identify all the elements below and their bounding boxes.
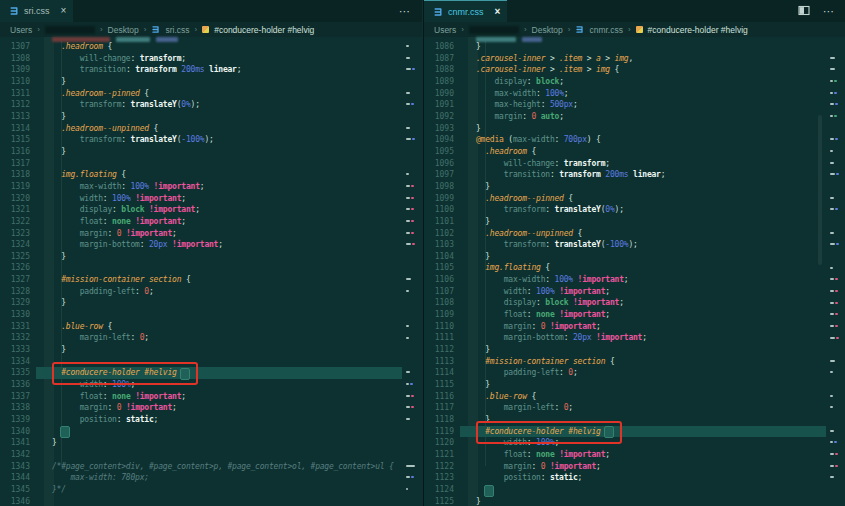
line-number[interactable]: 1343 [0,461,30,473]
code-line-1103[interactable]: 1103 transform: translateY(-100%); [424,239,826,251]
code-line-1097[interactable]: 1097 transition: transform 200ms linear; [424,169,826,181]
line-number[interactable]: 1318 [0,169,30,181]
breadcrumb-item-symbol[interactable]: #conducere-holder #helvig [648,25,748,35]
line-number[interactable]: 1123 [424,472,454,484]
line-number[interactable]: 1088 [424,64,454,76]
line-number[interactable]: 1323 [0,228,30,240]
code-line-1315[interactable]: 1315 transform: translateY(-100%); [0,134,402,146]
code-line-1099[interactable]: 1099 .headroom--pinned { [424,193,826,205]
code-line-1104[interactable]: 1104 } [424,251,826,263]
code-line-1336[interactable]: 1336 width: 100%; [0,379,402,391]
line-number[interactable]: 1341 [0,437,30,449]
line-number[interactable]: 1325 [0,251,30,263]
line-number[interactable]: 1334 [0,356,30,368]
code-line-1100[interactable]: 1100 transform: translateY(0%); [424,204,826,216]
code-line-1094[interactable]: 1094@media (max-width: 700px) { [424,134,826,146]
code-line-1088[interactable]: 1088.carousel-inner > .item > img { [424,64,826,76]
line-number[interactable]: 1106 [424,274,454,286]
code-line-1112[interactable]: 1112 } [424,344,826,356]
code-line-1110[interactable]: 1110 margin: 0 !important; [424,321,826,333]
line-number[interactable]: 1331 [0,321,30,333]
code-line-1332[interactable]: 1332 margin-left: 0; [0,332,402,344]
code-line-1116[interactable]: 1116 .blue-row { [424,391,826,403]
code-line-1105[interactable]: 1105 img.floating { [424,262,826,274]
code-line-1339[interactable]: 1339 position: static; [0,414,402,426]
split-editor-icon[interactable] [798,2,810,20]
line-number[interactable]: 1109 [424,309,454,321]
line-number[interactable]: 1102 [424,228,454,240]
line-number[interactable]: 1328 [0,286,30,298]
line-number[interactable]: 1096 [424,158,454,170]
line-number[interactable]: 1112 [424,344,454,356]
code-line-1107[interactable]: 1107 width: 100% !important; [424,286,826,298]
code-editor-right[interactable]: 1086}1087.carousel-inner > .item > a > i… [424,37,845,506]
line-number[interactable]: 1342 [0,449,30,461]
code-line-1086[interactable]: 1086} [424,41,826,53]
breadcrumb-item-symbol[interactable]: #conducere-holder #helvig [214,25,314,35]
line-number[interactable]: 1332 [0,332,30,344]
code-line-1314[interactable]: 1314 .headroom--unpinned { [0,123,402,135]
code-line-1319[interactable]: 1319 max-width: 100% !important; [0,181,402,193]
code-line-1321[interactable]: 1321 display: block !important; [0,204,402,216]
close-tab-icon[interactable]: × [495,7,501,17]
code-line-1101[interactable]: 1101 } [424,216,826,228]
code-line-1320[interactable]: 1320 width: 100% !important; [0,193,402,205]
line-number[interactable]: 1119 [424,426,454,438]
line-number[interactable]: 1116 [424,391,454,403]
line-number[interactable]: 1317 [0,158,30,170]
code-line-1342[interactable]: 1342 [0,449,402,461]
code-line-1106[interactable]: 1106 max-width: 100% !important; [424,274,826,286]
line-number[interactable]: 1316 [0,146,30,158]
line-number[interactable]: 1125 [424,496,454,506]
code-line-1311[interactable]: 1311 .headroom--pinned { [0,88,402,100]
line-number[interactable]: 1322 [0,216,30,228]
line-number[interactable]: 1310 [0,76,30,88]
minimap[interactable] [403,37,422,506]
code-line-1324[interactable]: 1324 margin-bottom: 20px !important; [0,239,402,251]
code-line-1093[interactable]: 1093} [424,123,826,135]
line-number[interactable]: 1094 [424,134,454,146]
code-line-1111[interactable]: 1111 margin-bottom: 20px !important; [424,332,826,344]
code-editor-left[interactable]: 1307 .headroom {1308 will-change: transf… [0,37,422,506]
line-number[interactable]: 1329 [0,297,30,309]
line-number[interactable]: 1111 [424,332,454,344]
line-number[interactable]: 1345 [0,484,30,496]
line-number[interactable]: 1095 [424,146,454,158]
code-line-1095[interactable]: 1095 .headroom { [424,146,826,158]
code-line-1121[interactable]: 1121 float: none !important; [424,449,826,461]
line-number[interactable]: 1122 [424,461,454,473]
code-line-1330[interactable]: 1330 [0,309,402,321]
code-line-1119[interactable]: 1119 #conducere-holder #helvig { [424,426,826,438]
line-number[interactable]: 1338 [0,402,30,414]
code-line-1087[interactable]: 1087.carousel-inner > .item > a > img, [424,53,826,65]
code-line-1117[interactable]: 1117 margin-left: 0; [424,402,826,414]
line-number[interactable]: 1314 [0,123,30,135]
line-number[interactable]: 1115 [424,379,454,391]
line-number[interactable]: 1113 [424,356,454,368]
code-line-1343[interactable]: 1343/*#page_content>div, #page_content>p… [0,461,402,473]
code-line-1323[interactable]: 1323 margin: 0 !important; [0,228,402,240]
line-number[interactable]: 1091 [424,99,454,111]
line-number[interactable]: 1105 [424,262,454,274]
code-line-1307[interactable]: 1307 .headroom { [0,41,402,53]
line-number[interactable]: 1339 [0,414,30,426]
more-actions-icon[interactable]: ⋯ [399,5,411,18]
code-line-1331[interactable]: 1331 .blue-row { [0,321,402,333]
line-number[interactable]: 1311 [0,88,30,100]
line-number[interactable]: 1321 [0,204,30,216]
code-line-1313[interactable]: 1313 } [0,111,402,123]
code-line-1123[interactable]: 1123 position: static; [424,472,826,484]
line-number[interactable]: 1344 [0,472,30,484]
line-number[interactable]: 1346 [0,496,30,506]
code-line-1317[interactable]: 1317 [0,158,402,170]
line-number[interactable]: 1307 [0,41,30,53]
line-number[interactable]: 1326 [0,262,30,274]
line-number[interactable]: 1312 [0,99,30,111]
code-line-1090[interactable]: 1090 max-width: 100%; [424,88,826,100]
line-number[interactable]: 1114 [424,367,454,379]
code-line-1318[interactable]: 1318 img.floating { [0,169,402,181]
line-number[interactable]: 1086 [424,41,454,53]
line-number[interactable]: 1121 [424,449,454,461]
code-line-1118[interactable]: 1118 } [424,414,826,426]
more-actions-icon[interactable]: ⋯ [823,5,835,18]
